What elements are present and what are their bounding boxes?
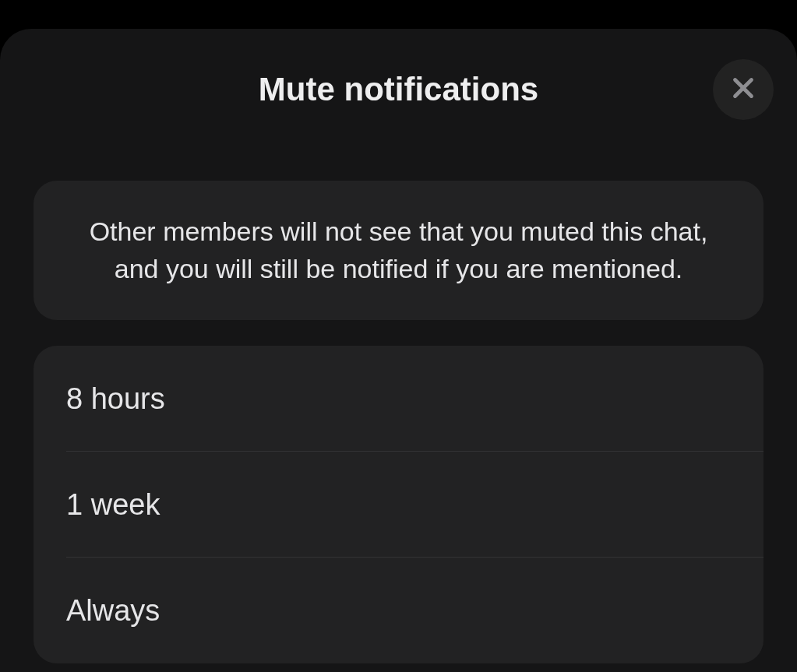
close-button[interactable] bbox=[713, 59, 774, 120]
option-label: Always bbox=[66, 594, 160, 628]
option-label: 1 week bbox=[66, 488, 160, 522]
info-card: Other members will not see that you mute… bbox=[34, 181, 763, 320]
options-list: 8 hours 1 week Always bbox=[34, 346, 763, 663]
close-icon bbox=[729, 74, 757, 104]
option-always[interactable]: Always bbox=[34, 558, 763, 663]
option-1-week[interactable]: 1 week bbox=[34, 452, 763, 558]
modal-title: Mute notifications bbox=[259, 71, 538, 108]
option-label: 8 hours bbox=[66, 382, 165, 416]
modal-header: Mute notifications bbox=[0, 29, 797, 150]
info-text: Other members will not see that you mute… bbox=[72, 213, 725, 287]
mute-notifications-modal: Mute notifications Other members will no… bbox=[0, 29, 797, 672]
option-8-hours[interactable]: 8 hours bbox=[34, 346, 763, 452]
